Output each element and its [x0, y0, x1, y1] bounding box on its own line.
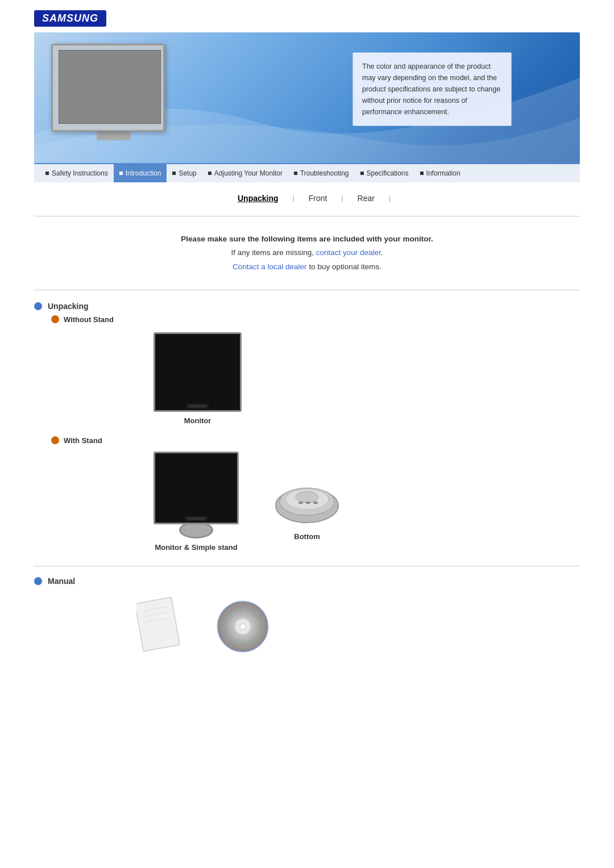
- svg-rect-7: [136, 597, 180, 651]
- nav-bullet-specifications: [360, 172, 364, 175]
- nav-item-adjusting[interactable]: Adjusting Your Monitor: [202, 164, 288, 182]
- svg-rect-6: [313, 502, 318, 504]
- intro-line1: Please make sure the following items are…: [34, 232, 580, 246]
- intro-text-block: Please make sure the following items are…: [34, 221, 580, 285]
- contact-local-dealer-link[interactable]: Contact a local dealer: [233, 262, 307, 271]
- samsung-logo: SAMSUNG: [34, 10, 580, 32]
- without-stand-label: Without Stand: [64, 315, 114, 324]
- navigation-bar: Safety Instructions Introduction Setup A…: [34, 163, 580, 182]
- monitor-image: SAMSUNG: [154, 332, 242, 412]
- monitor-with-stand-brand: SAMSUNG: [185, 516, 207, 521]
- nav-bullet-introduction: [119, 172, 123, 175]
- nav-item-troubleshooting[interactable]: Troubleshooting: [288, 164, 355, 182]
- manual-booklet-item: [136, 597, 182, 657]
- divider-bottom: [34, 566, 580, 566]
- booklet-svg: [136, 597, 182, 657]
- manual-label: Manual: [48, 577, 75, 586]
- monitor-with-stand-image: SAMSUNG: [154, 452, 239, 524]
- with-stand-heading: With Stand: [51, 436, 580, 445]
- with-stand-icon: [51, 436, 59, 444]
- manual-cd-item: [216, 600, 270, 654]
- nav-bullet-safety: [45, 172, 49, 175]
- intro-line2: If any items are missing, contact your d…: [34, 246, 580, 260]
- unpacking-label: Unpacking: [48, 302, 89, 311]
- tab-separator-3: |: [389, 194, 391, 202]
- banner-image: The color and appearance of the product …: [34, 32, 580, 163]
- divider-intro: [34, 290, 580, 290]
- with-stand-section: With Stand SAMSUNG Monitor & Simple stan…: [51, 436, 580, 552]
- monitor-with-stand-item: SAMSUNG Monitor & Simple stand: [154, 452, 239, 552]
- nav-item-specifications[interactable]: Specifications: [355, 164, 414, 182]
- unpacking-section-heading: Unpacking: [34, 302, 580, 311]
- nav-item-safety[interactable]: Safety Instructions: [40, 164, 114, 182]
- svg-point-3: [296, 491, 318, 503]
- tab-front[interactable]: Front: [294, 194, 342, 203]
- nav-item-setup[interactable]: Setup: [167, 164, 202, 182]
- nav-bullet-adjusting: [208, 172, 211, 175]
- without-stand-products: SAMSUNG Monitor: [154, 332, 580, 425]
- divider-top: [34, 216, 580, 216]
- manual-products-row: [136, 597, 580, 657]
- without-stand-icon: [51, 315, 59, 323]
- nav-bullet-troubleshooting: [294, 172, 297, 175]
- manual-section-heading: Manual: [34, 577, 580, 586]
- monitor-product-item: SAMSUNG Monitor: [154, 332, 242, 425]
- nav-item-introduction[interactable]: Introduction: [114, 164, 167, 182]
- nav-bullet-setup: [172, 172, 176, 175]
- without-stand-heading: Without Stand: [51, 315, 580, 324]
- bottom-stand-label: Bottom: [294, 532, 320, 541]
- unpacking-icon: [34, 302, 42, 310]
- banner-monitor-illustration: [51, 44, 176, 143]
- bottom-stand-item: Bottom: [273, 452, 341, 552]
- nav-bullet-information: [420, 172, 424, 175]
- monitor-product-label: Monitor: [184, 416, 211, 425]
- with-stand-products: SAMSUNG Monitor & Simple stand: [154, 452, 580, 552]
- banner-notice-text: The color and appearance of the product …: [352, 52, 512, 126]
- without-stand-section: Without Stand SAMSUNG Monitor: [51, 315, 580, 425]
- bottom-stand-svg: [273, 474, 341, 525]
- monitor-stand-label: Monitor & Simple stand: [155, 543, 237, 552]
- nav-item-information[interactable]: Information: [414, 164, 466, 182]
- bottom-stand-container: [273, 474, 341, 528]
- cd-svg: [216, 600, 270, 654]
- manual-icon: [34, 577, 42, 585]
- tabs-row: Unpacking | Front | Rear |: [34, 182, 580, 211]
- with-stand-label: With Stand: [64, 436, 102, 445]
- monitor-brand-label: SAMSUNG: [186, 404, 208, 408]
- tab-unpacking[interactable]: Unpacking: [223, 194, 293, 203]
- intro-line3: Contact a local dealer to buy optional i…: [34, 260, 580, 274]
- tab-rear[interactable]: Rear: [343, 194, 389, 203]
- svg-rect-4: [298, 502, 303, 504]
- svg-point-16: [240, 624, 246, 629]
- monitor-stand-assembly: SAMSUNG: [154, 452, 239, 539]
- svg-rect-5: [306, 502, 310, 504]
- contact-dealer-link[interactable]: contact your dealer: [316, 248, 381, 257]
